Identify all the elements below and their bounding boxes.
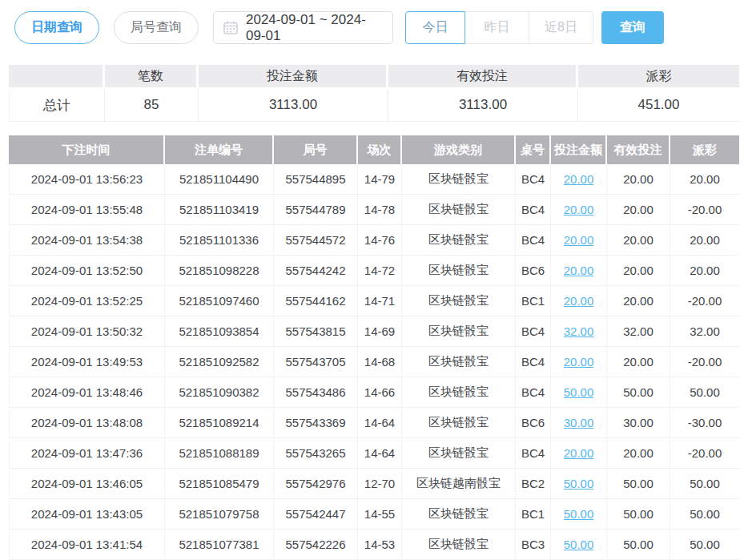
cell-valid-bet: 20.00 xyxy=(607,195,670,225)
cell-valid-bet: 32.00 xyxy=(607,316,670,347)
bet-amount-link[interactable]: 50.00 xyxy=(564,385,594,399)
summary-total-bet-amount: 3113.00 xyxy=(199,89,388,122)
cell-session: 14-66 xyxy=(358,377,402,408)
cell-round-no: 557544572 xyxy=(274,225,358,256)
bet-amount-link[interactable]: 30.00 xyxy=(564,416,594,429)
table-row: 2024-09-01 13:47:36521851088189557543265… xyxy=(9,438,739,469)
cell-bet-amount: 50.00 xyxy=(551,469,607,499)
summary-table: 笔数 投注金额 有效投注 派彩 总计 85 3113.00 3113.00 45… xyxy=(9,65,739,122)
cell-bet-amount: 50.00 xyxy=(551,377,607,408)
cell-bet-amount: 32.00 xyxy=(551,316,607,347)
bet-table-body: 2024-09-01 13:56:23521851104490557544895… xyxy=(9,164,739,560)
summary-total-count: 85 xyxy=(105,89,199,122)
table-row: 2024-09-01 13:46:05521851085479557542976… xyxy=(9,469,739,499)
cell-game: 区块链骰宝 xyxy=(402,377,516,408)
cell-bet-no: 521851088189 xyxy=(165,438,274,469)
table-row: 2024-09-01 13:52:25521851097460557544162… xyxy=(9,286,739,316)
col-header-table-no: 桌号 xyxy=(516,135,551,164)
cell-time: 2024-09-01 13:52:25 xyxy=(9,286,165,316)
cell-payout: -20.00 xyxy=(670,347,739,377)
today-button-label: 今日 xyxy=(423,19,448,36)
cell-bet-amount: 20.00 xyxy=(551,225,607,256)
cell-bet-no: 521851097460 xyxy=(165,286,274,316)
cell-bet-amount: 30.00 xyxy=(551,408,607,438)
cell-game: 区块链骰宝 xyxy=(402,530,516,560)
bet-amount-link[interactable]: 20.00 xyxy=(564,233,594,247)
cell-time: 2024-09-01 13:41:54 xyxy=(9,530,165,560)
cell-session: 14-55 xyxy=(358,499,402,530)
col-header-valid-bet: 有效投注 xyxy=(607,135,670,164)
cell-bet-no: 521851079758 xyxy=(165,499,274,530)
bet-amount-link[interactable]: 32.00 xyxy=(564,324,594,338)
bet-amount-link[interactable]: 50.00 xyxy=(564,477,594,490)
cell-round-no: 557543705 xyxy=(274,347,358,377)
search-button[interactable]: 查询 xyxy=(601,11,664,44)
cell-round-no: 557542976 xyxy=(274,469,358,499)
bet-amount-link[interactable]: 50.00 xyxy=(564,538,594,551)
cell-round-no: 557542447 xyxy=(274,499,358,530)
cell-round-no: 557544789 xyxy=(274,195,358,225)
cell-valid-bet: 20.00 xyxy=(607,164,670,195)
tab-round-query[interactable]: 局号查询 xyxy=(114,11,199,44)
cell-bet-amount: 20.00 xyxy=(551,347,607,377)
col-header-bet-no: 注单编号 xyxy=(165,135,274,164)
cell-session: 14-71 xyxy=(358,286,402,316)
cell-game: 区块链骰宝 xyxy=(402,316,516,347)
table-row: 2024-09-01 13:50:32521851093854557543815… xyxy=(9,316,739,347)
cell-game: 区块链骰宝 xyxy=(402,195,516,225)
bet-amount-link[interactable]: 50.00 xyxy=(564,507,594,521)
cell-bet-amount: 20.00 xyxy=(551,438,607,469)
cell-bet-no: 521851101336 xyxy=(165,225,274,256)
col-header-round-no: 局号 xyxy=(274,135,358,164)
cell-round-no: 557543486 xyxy=(274,377,358,408)
cell-session: 14-64 xyxy=(358,408,402,438)
cell-valid-bet: 50.00 xyxy=(607,530,670,560)
cell-time: 2024-09-01 13:49:53 xyxy=(9,347,165,377)
cell-time: 2024-09-01 13:43:05 xyxy=(9,499,165,530)
cell-time: 2024-09-01 13:48:46 xyxy=(9,377,165,408)
tab-date-query-label: 日期查询 xyxy=(31,19,82,36)
cell-table-no: BC2 xyxy=(516,469,551,499)
col-header-bet-time: 下注时间 xyxy=(9,135,165,164)
cell-time: 2024-09-01 13:48:08 xyxy=(9,408,165,438)
cell-table-no: BC6 xyxy=(516,256,551,286)
cell-table-no: BC4 xyxy=(516,195,551,225)
bet-amount-link[interactable]: 20.00 xyxy=(564,446,594,460)
bet-records-table: 下注时间 注单编号 局号 场次 游戏类别 桌号 投注金额 有效投注 派彩 202… xyxy=(9,135,739,560)
cell-table-no: BC3 xyxy=(516,530,551,560)
date-range-input[interactable]: 2024-09-01 ~ 2024-09-01 xyxy=(213,11,393,44)
cell-time: 2024-09-01 13:52:50 xyxy=(9,256,165,286)
cell-game: 区块链骰宝 xyxy=(402,347,516,377)
yesterday-button[interactable]: 昨日 xyxy=(465,11,529,44)
bet-amount-link[interactable]: 20.00 xyxy=(564,355,594,369)
cell-game: 区块链骰宝 xyxy=(402,499,516,530)
cell-table-no: BC4 xyxy=(516,377,551,408)
summary-total-label: 总计 xyxy=(9,89,105,122)
cell-table-no: BC6 xyxy=(516,408,551,438)
summary-header-bet-amount: 投注金额 xyxy=(199,65,388,89)
cell-session: 14-64 xyxy=(358,438,402,469)
table-row: 2024-09-01 13:56:23521851104490557544895… xyxy=(9,164,739,195)
cell-table-no: BC4 xyxy=(516,316,551,347)
cell-payout: 50.00 xyxy=(670,469,739,499)
last8days-button[interactable]: 近8日 xyxy=(529,11,593,44)
table-row: 2024-09-01 13:48:08521851089214557543369… xyxy=(9,408,739,438)
cell-game: 区块链骰宝 xyxy=(402,438,516,469)
cell-session: 12-70 xyxy=(358,469,402,499)
cell-round-no: 557544895 xyxy=(274,164,358,195)
bet-amount-link[interactable]: 20.00 xyxy=(564,294,594,308)
cell-session: 14-72 xyxy=(358,256,402,286)
bet-amount-link[interactable]: 20.00 xyxy=(564,172,594,186)
cell-table-no: BC4 xyxy=(516,225,551,256)
today-button[interactable]: 今日 xyxy=(405,11,465,44)
cell-game: 区块链骰宝 xyxy=(402,286,516,316)
cell-valid-bet: 20.00 xyxy=(607,256,670,286)
cell-valid-bet: 20.00 xyxy=(607,438,670,469)
cell-game: 区块链骰宝 xyxy=(402,164,516,195)
quick-range-group: 今日 昨日 近8日 xyxy=(405,11,593,44)
bet-amount-link[interactable]: 20.00 xyxy=(564,203,594,216)
bet-amount-link[interactable]: 20.00 xyxy=(564,264,594,277)
tab-date-query[interactable]: 日期查询 xyxy=(14,11,99,44)
cell-session: 14-76 xyxy=(358,225,402,256)
cell-session: 14-78 xyxy=(358,195,402,225)
